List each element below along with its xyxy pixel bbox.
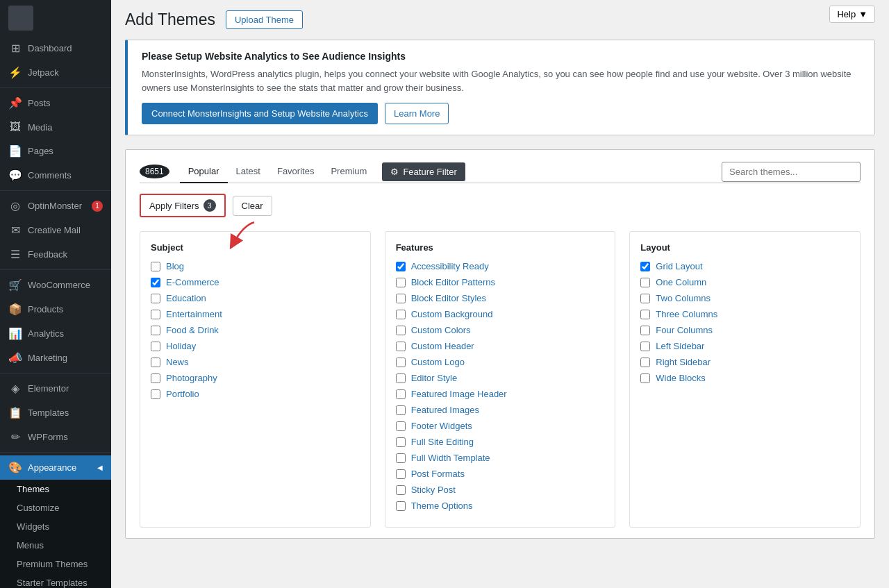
full-site-editing-checkbox[interactable] <box>396 437 406 447</box>
education-label[interactable]: Education <box>166 293 206 303</box>
apply-filters-button[interactable]: Apply Filters 3 <box>140 194 226 217</box>
portfolio-label[interactable]: Portfolio <box>166 389 199 399</box>
photography-label[interactable]: Photography <box>166 373 217 383</box>
theme-options-label[interactable]: Theme Options <box>411 501 473 511</box>
right-sidebar-label[interactable]: Right Sidebar <box>656 357 711 367</box>
connect-monsterinsights-button[interactable]: Connect MonsterInsights and Setup Websit… <box>142 103 378 124</box>
learn-more-button[interactable]: Learn More <box>385 103 449 124</box>
block-editor-patterns-checkbox[interactable] <box>396 278 406 287</box>
custom-background-checkbox[interactable] <box>396 310 406 319</box>
full-width-template-checkbox[interactable] <box>396 453 406 463</box>
sidebar-item-templates[interactable]: 📋 Templates <box>0 401 111 425</box>
sidebar-item-elementor[interactable]: ◈ Elementor <box>0 376 111 401</box>
sidebar-item-jetpack[interactable]: ⚡ Jetpack <box>0 60 111 85</box>
featured-image-header-checkbox[interactable] <box>396 389 406 399</box>
sidebar-item-wpforms[interactable]: ✏ WPForms <box>0 425 111 449</box>
news-checkbox[interactable] <box>151 358 160 367</box>
one-column-label[interactable]: One Column <box>656 277 706 287</box>
clear-filters-button[interactable]: Clear <box>233 196 272 216</box>
custom-logo-checkbox[interactable] <box>396 358 406 367</box>
custom-colors-label[interactable]: Custom Colors <box>411 325 471 335</box>
featured-images-label[interactable]: Featured Images <box>411 405 479 415</box>
custom-header-checkbox[interactable] <box>396 342 406 351</box>
photography-checkbox[interactable] <box>151 373 160 383</box>
two-columns-checkbox[interactable] <box>640 294 650 303</box>
sidebar-item-menus[interactable]: Menus <box>0 536 111 555</box>
blog-checkbox[interactable] <box>151 262 160 271</box>
theme-options-checkbox[interactable] <box>396 501 406 511</box>
sidebar-item-woocommerce[interactable]: 🛒 WooCommerce <box>0 273 111 297</box>
grid-layout-label[interactable]: Grid Layout <box>656 261 702 271</box>
search-themes-input[interactable] <box>722 162 861 182</box>
post-formats-label[interactable]: Post Formats <box>411 469 465 479</box>
sidebar-item-optinmonster[interactable]: ◎ OptinMonster 1 <box>0 194 111 218</box>
featured-image-header-label[interactable]: Featured Image Header <box>411 389 507 399</box>
sidebar-item-marketing[interactable]: 📣 Marketing <box>0 346 111 370</box>
food-drink-checkbox[interactable] <box>151 326 160 335</box>
tab-popular[interactable]: Popular <box>180 160 228 183</box>
sidebar-item-creative-mail[interactable]: ✉ Creative Mail <box>0 218 111 242</box>
accessibility-checkbox[interactable] <box>396 262 406 271</box>
food-drink-label[interactable]: Food & Drink <box>166 325 219 335</box>
editor-style-label[interactable]: Editor Style <box>411 373 457 383</box>
editor-style-checkbox[interactable] <box>396 373 406 383</box>
post-formats-checkbox[interactable] <box>396 469 406 479</box>
sidebar-item-analytics[interactable]: 📊 Analytics <box>0 321 111 346</box>
ecommerce-checkbox[interactable] <box>151 278 160 287</box>
full-site-editing-label[interactable]: Full Site Editing <box>411 437 474 447</box>
sidebar-item-products[interactable]: 📦 Products <box>0 297 111 321</box>
two-columns-label[interactable]: Two Columns <box>656 293 711 303</box>
tab-latest[interactable]: Latest <box>228 160 269 183</box>
grid-layout-checkbox[interactable] <box>640 262 650 271</box>
entertainment-checkbox[interactable] <box>151 310 160 319</box>
portfolio-checkbox[interactable] <box>151 389 160 399</box>
sidebar-item-dashboard[interactable]: ⊞ Dashboard <box>0 36 111 60</box>
footer-widgets-label[interactable]: Footer Widgets <box>411 421 472 431</box>
three-columns-label[interactable]: Three Columns <box>656 309 717 319</box>
upload-theme-button[interactable]: Upload Theme <box>226 10 303 29</box>
holiday-label[interactable]: Holiday <box>166 341 196 351</box>
education-checkbox[interactable] <box>151 294 160 303</box>
sidebar-item-premium-themes[interactable]: Premium Themes <box>0 555 111 573</box>
news-label[interactable]: News <box>166 357 189 367</box>
custom-colors-checkbox[interactable] <box>396 326 406 335</box>
one-column-checkbox[interactable] <box>640 278 650 287</box>
wide-blocks-label[interactable]: Wide Blocks <box>656 373 706 383</box>
holiday-checkbox[interactable] <box>151 342 160 351</box>
sidebar-item-themes[interactable]: Themes <box>0 480 111 498</box>
full-width-template-label[interactable]: Full Width Template <box>411 453 490 463</box>
three-columns-checkbox[interactable] <box>640 310 650 319</box>
sidebar-item-appearance[interactable]: 🎨 Appearance ◀ <box>0 455 111 480</box>
sidebar-item-widgets[interactable]: Widgets <box>0 517 111 536</box>
ecommerce-label[interactable]: E-Commerce <box>166 277 219 287</box>
tab-premium[interactable]: Premium <box>322 160 375 183</box>
block-editor-styles-label[interactable]: Block Editor Styles <box>411 293 486 303</box>
custom-logo-label[interactable]: Custom Logo <box>411 357 465 367</box>
four-columns-checkbox[interactable] <box>640 326 650 335</box>
sticky-post-checkbox[interactable] <box>396 485 406 495</box>
blog-label[interactable]: Blog <box>166 261 184 271</box>
entertainment-label[interactable]: Entertainment <box>166 309 222 319</box>
sidebar-item-starter-templates[interactable]: Starter Templates <box>0 573 111 588</box>
left-sidebar-checkbox[interactable] <box>640 342 650 351</box>
featured-images-checkbox[interactable] <box>396 405 406 415</box>
sidebar-item-customize[interactable]: Customize <box>0 498 111 517</box>
feature-filter-button[interactable]: ⚙ Feature Filter <box>382 162 465 181</box>
accessibility-label[interactable]: Accessibility Ready <box>411 261 489 271</box>
sidebar-item-comments[interactable]: 💬 Comments <box>0 163 111 187</box>
help-button[interactable]: Help ▼ <box>829 6 875 23</box>
sidebar-item-feedback[interactable]: ☰ Feedback <box>0 242 111 267</box>
custom-header-label[interactable]: Custom Header <box>411 341 474 351</box>
block-editor-patterns-label[interactable]: Block Editor Patterns <box>411 277 495 287</box>
block-editor-styles-checkbox[interactable] <box>396 294 406 303</box>
wide-blocks-checkbox[interactable] <box>640 373 650 383</box>
footer-widgets-checkbox[interactable] <box>396 421 406 431</box>
right-sidebar-checkbox[interactable] <box>640 358 650 367</box>
tab-favorites[interactable]: Favorites <box>269 160 322 183</box>
sidebar-item-media[interactable]: 🖼 Media <box>0 115 111 139</box>
four-columns-label[interactable]: Four Columns <box>656 325 713 335</box>
sidebar-item-posts[interactable]: 📌 Posts <box>0 91 111 115</box>
sidebar-item-pages[interactable]: 📄 Pages <box>0 139 111 163</box>
custom-background-label[interactable]: Custom Background <box>411 309 493 319</box>
left-sidebar-label[interactable]: Left Sidebar <box>656 341 704 351</box>
